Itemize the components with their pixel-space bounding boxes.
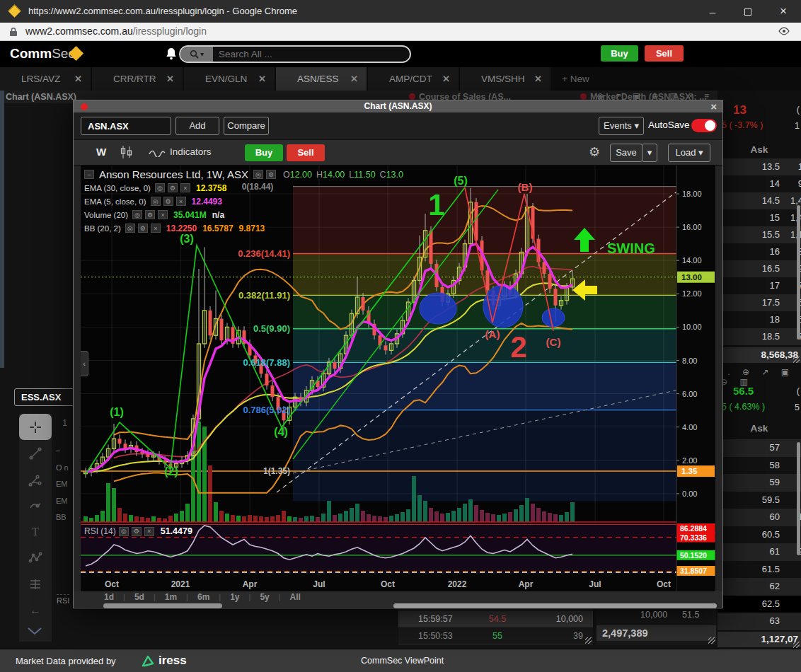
ask-row[interactable]: 60.5 — [718, 526, 801, 544]
xabcd-pattern-tool-icon[interactable] — [19, 545, 52, 571]
close-button[interactable]: × — [778, 4, 788, 18]
url-bar[interactable]: www2.commsec.com.au/iressplugin/login — [0, 23, 801, 41]
autosave-toggle[interactable] — [691, 119, 717, 132]
resize-handle-icon[interactable] — [708, 637, 715, 644]
tab-close-icon[interactable]: ✕ — [74, 67, 82, 91]
dialog-close-icon[interactable]: × — [710, 100, 717, 112]
ess-symbol-input[interactable] — [14, 388, 75, 406]
ask-row[interactable]: 62.5 — [718, 596, 801, 613]
text-tool-icon[interactable]: T — [19, 519, 52, 545]
crosshair-tool-icon[interactable] — [19, 414, 52, 440]
ask-row[interactable]: 163 — [718, 243, 801, 260]
svg-text:12.00: 12.00 — [682, 289, 702, 298]
events-dropdown[interactable]: Events ▾ — [599, 117, 644, 135]
ask-row[interactable]: 13.51 — [718, 158, 801, 175]
ask-row[interactable]: 14.51,4 — [718, 192, 801, 209]
symbol-input[interactable] — [81, 117, 171, 135]
ask-row[interactable]: 59.5 — [718, 492, 801, 509]
tab-close-icon[interactable]: ✕ — [258, 67, 266, 91]
resize-handle-icon[interactable] — [793, 642, 800, 648]
ask-row[interactable]: 601 — [718, 509, 801, 526]
pitchfork-tool-icon[interactable] — [19, 466, 52, 492]
tab-crr-rtr[interactable]: CRR/RTR✕ — [92, 67, 183, 91]
header-buy-button[interactable]: Buy — [601, 45, 638, 62]
back-arrow-icon[interactable]: ← — [19, 597, 52, 623]
ask-row[interactable]: 612 — [718, 543, 801, 561]
chart-area[interactable]: (1)(2)(3)(4)(5)(A)(B)(C)12SWING0(18.44)0… — [81, 166, 715, 591]
load-dropdown[interactable]: Load ▾ — [668, 144, 710, 162]
timeframe-1y[interactable]: 1y — [221, 592, 248, 602]
ask-row[interactable]: 17.56 — [718, 294, 801, 311]
ask-row[interactable]: 61.5 — [718, 561, 801, 579]
ask-row[interactable]: 18.57 — [718, 328, 801, 345]
svg-text:1: 1 — [428, 188, 444, 221]
header-sell-button[interactable]: Sell — [645, 45, 684, 62]
iress-logo-icon — [141, 655, 155, 668]
depth-panel-icons[interactable]: .. ⊕ ↗ ▣ ⊖ ▥ — [720, 367, 801, 387]
trendline-tool-icon[interactable] — [19, 440, 52, 466]
save-button[interactable]: Save — [610, 144, 642, 162]
scrollbar-track[interactable] — [393, 603, 717, 608]
ask-row[interactable]: 149 — [718, 175, 801, 192]
ask-row[interactable]: 62 — [718, 578, 801, 596]
tab-amp-cdt[interactable]: AMP/CDT✕ — [368, 67, 459, 91]
browser-titlebar: https://www2.commsec.com.au/iressplugin/… — [0, 0, 801, 23]
tab-close-icon[interactable]: ✕ — [442, 67, 450, 91]
maximize-button[interactable] — [743, 6, 753, 18]
fib-tool-icon[interactable] — [19, 571, 52, 597]
dialog-titlebar[interactable]: Chart (ASN.ASX) × — [74, 100, 722, 112]
tab-lrs-avz[interactable]: LRS/AVZ✕ — [0, 67, 91, 91]
save-dropdown-icon[interactable]: ▾ — [642, 144, 657, 162]
ask-row[interactable]: 58 — [718, 457, 801, 475]
timeframe-5d[interactable]: 5d — [125, 592, 154, 602]
timeframe-5y[interactable]: 5y — [250, 592, 278, 602]
svg-text:4.00: 4.00 — [682, 423, 697, 431]
minimize-button[interactable]: – — [708, 6, 718, 18]
ask-row[interactable]: 57 — [718, 439, 801, 457]
ask-row[interactable]: 63 — [718, 613, 801, 630]
notifications-bell-icon[interactable] — [165, 47, 178, 61]
indicators-button[interactable]: Indicators — [149, 146, 212, 157]
resize-handle-icon[interactable] — [793, 357, 800, 363]
tab-evn-gln[interactable]: EVN/GLN✕ — [184, 67, 275, 91]
compare-button[interactable]: Compare — [224, 117, 269, 135]
svg-text:10.00: 10.00 — [682, 323, 702, 331]
collapse-sidebar-handle[interactable]: ‹ — [81, 351, 88, 376]
tab-close-icon[interactable]: ✕ — [350, 67, 358, 91]
market-data-text: Market Data provided by — [16, 649, 116, 672]
search-input[interactable] — [213, 47, 410, 62]
svg-text:Apr: Apr — [519, 579, 534, 589]
chart-buy-button[interactable]: Buy — [245, 144, 283, 161]
add-button[interactable]: Add — [175, 117, 219, 135]
ask-row[interactable]: 177 — [718, 277, 801, 294]
timeframe-1m[interactable]: 1m — [156, 592, 186, 602]
chart-type-candles-icon[interactable] — [119, 145, 134, 159]
timeframe-6m[interactable]: 6m — [188, 592, 219, 602]
timeframe-All[interactable]: All — [281, 592, 310, 602]
ask-row[interactable]: 15.51,1 — [718, 226, 801, 243]
tab-close-icon[interactable]: ✕ — [534, 67, 542, 91]
shape-tool-icon[interactable] — [19, 492, 52, 519]
ask-row[interactable]: 185 — [718, 311, 801, 328]
ask-row[interactable]: 151,4 — [718, 209, 801, 226]
chart-sell-button[interactable]: Sell — [287, 144, 325, 161]
tab-asn-ess[interactable]: ASN/ESS✕ — [276, 67, 367, 91]
chart-scrollbar[interactable] — [74, 603, 722, 609]
svg-text:0(18.44): 0(18.44) — [242, 182, 274, 192]
tab-close-icon[interactable]: ✕ — [166, 67, 174, 91]
ask-row[interactable]: 59 — [718, 474, 801, 492]
gear-icon[interactable]: ⚙ — [589, 144, 600, 160]
tab-vms-shh[interactable]: VMS/SHH✕ — [460, 67, 551, 91]
scrollbar-thumb[interactable] — [797, 205, 800, 340]
ask-row[interactable]: 16.52 — [718, 260, 801, 277]
resize-handle-icon[interactable] — [585, 637, 592, 644]
search-scope-dropdown[interactable]: ▾ — [180, 47, 213, 62]
timeframe-1d[interactable]: 1d — [95, 592, 123, 602]
scrollbar-handle[interactable] — [103, 603, 222, 608]
scrollbar-thumb[interactable] — [797, 442, 800, 555]
chart-dialog: Chart (ASN.ASX) × Add Compare Events ▾ A… — [73, 100, 723, 608]
eye-icon[interactable] — [778, 27, 790, 35]
tab-new[interactable]: + New — [552, 67, 609, 91]
toolbar-chevron-down-icon[interactable] — [27, 627, 42, 635]
interval-button[interactable]: W — [96, 146, 106, 158]
